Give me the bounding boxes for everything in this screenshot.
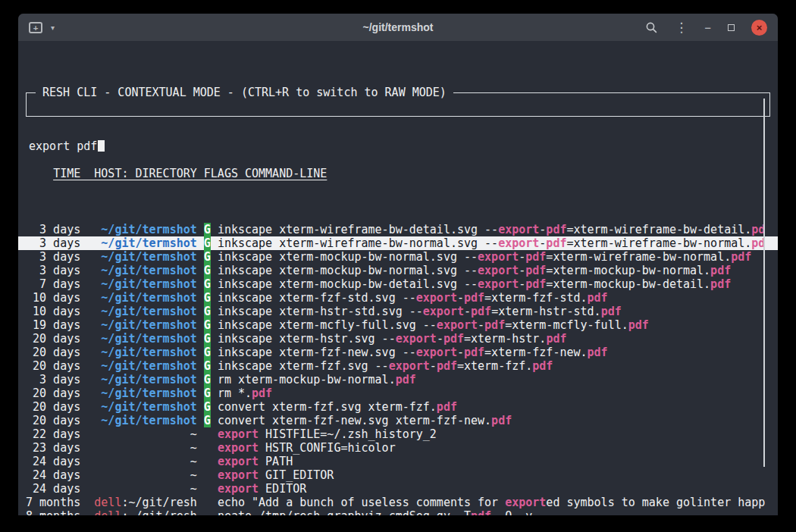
history-row[interactable]: 20 days ~/git/termshot G convert xterm-f… <box>18 414 778 427</box>
search-match: export <box>416 291 457 305</box>
command-cell: inkscape xterm-hstr-std.svg --export-pdf… <box>218 305 622 318</box>
flag-cell <box>204 441 211 455</box>
search-match: export <box>478 250 519 264</box>
command-cell: neato /tmp/resh-graphviz-cmdSeq.gv -Tpdf… <box>218 509 532 515</box>
titlebar: + ▾ ~/git/termshot ⋮ − × <box>18 14 778 41</box>
location-cell: ~/git/termshot <box>87 373 197 386</box>
history-row[interactable]: 3 days ~/git/termshot G inkscape xterm-w… <box>18 223 778 236</box>
location-cell: ~/git/termshot <box>87 359 197 373</box>
titlebar-left-controls: + ▾ <box>29 22 55 33</box>
time-cell: 3 days <box>26 373 80 386</box>
search-match: pdf <box>546 223 566 236</box>
time-cell: 20 days <box>26 332 80 346</box>
time-cell: 20 days <box>26 414 80 427</box>
location-cell: ~ <box>87 482 197 496</box>
history-row[interactable]: 10 days ~/git/termshot G inkscape xterm-… <box>18 291 778 305</box>
time-cell: 19 days <box>26 318 80 332</box>
time-cell: 3 days <box>26 236 80 250</box>
history-row[interactable]: 7 days ~/git/termshot G inkscape xterm-m… <box>18 277 778 291</box>
search-icon[interactable] <box>645 21 658 34</box>
chevron-down-icon[interactable]: ▾ <box>51 23 55 32</box>
git-flag-badge: G <box>204 359 211 373</box>
location-cell: ~/git/termshot <box>87 305 197 318</box>
command-cell: inkscape xterm-fzf-new.svg --export-pdf=… <box>218 346 608 359</box>
location-cell: ~/git/termshot <box>87 236 197 250</box>
terminal-content: RESH CLI - CONTEXTUAL MODE - (CTRL+R to … <box>18 41 778 515</box>
git-flag-badge: G <box>204 386 211 400</box>
history-row[interactable]: 24 days ~ export GIT_EDITOR <box>18 468 778 482</box>
git-flag-badge: G <box>204 332 211 346</box>
search-match: export <box>396 332 437 346</box>
search-match: export <box>389 359 430 373</box>
search-match: pdf <box>628 318 649 332</box>
location-cell: ~ <box>87 441 197 455</box>
location-cell: ~/git/termshot <box>87 250 197 264</box>
history-row[interactable]: 3 days ~/git/termshot G inkscape xterm-w… <box>18 236 778 250</box>
search-input[interactable]: export pdf <box>27 134 769 153</box>
search-match: pdf <box>437 400 457 414</box>
history-row[interactable]: 3 days ~/git/termshot G inkscape xterm-m… <box>18 250 778 264</box>
time-cell: 20 days <box>26 386 80 400</box>
search-match: export <box>218 455 259 468</box>
location-cell: ~/git/termshot <box>87 414 197 427</box>
search-match: pdf <box>546 332 566 346</box>
search-match: export <box>218 441 259 455</box>
search-match: pdf <box>731 250 751 264</box>
location-cell: ~/git/termshot <box>87 223 197 236</box>
history-row[interactable]: 20 days ~/git/termshot G rm *.pdf <box>18 386 778 400</box>
history-row[interactable]: 8 months dell:~/git/resh neato /tmp/resh… <box>18 509 778 515</box>
search-box: RESH CLI - CONTEXTUAL MODE - (CTRL+R to … <box>26 92 770 117</box>
history-list: 3 days ~/git/termshot G inkscape xterm-w… <box>18 223 778 515</box>
history-row[interactable]: 23 days ~ export HSTR_CONFIG=hicolor <box>18 441 778 455</box>
history-row[interactable]: 10 days ~/git/termshot G inkscape xterm-… <box>18 305 778 318</box>
search-match: export <box>218 468 259 482</box>
search-match: export <box>505 496 546 509</box>
search-match: pdf <box>588 346 608 359</box>
history-row[interactable]: 20 days ~/git/termshot G inkscape xterm-… <box>18 346 778 359</box>
search-match: export <box>416 346 457 359</box>
search-match: export <box>478 264 519 277</box>
command-cell: rm *.pdf <box>218 386 272 400</box>
history-row[interactable]: 24 days ~ export PATH <box>18 455 778 468</box>
close-button[interactable]: × <box>751 20 767 36</box>
command-cell: export PATH <box>218 455 293 468</box>
search-match: pdf <box>396 373 416 386</box>
history-row[interactable]: 20 days ~/git/termshot G inkscape xterm-… <box>18 332 778 346</box>
location-cell: ~/git/termshot <box>87 400 197 414</box>
new-tab-button[interactable]: + <box>29 22 42 33</box>
git-flag-badge: G <box>204 400 211 414</box>
history-row[interactable]: 22 days ~ export HISTFILE=~/.zsh_history… <box>18 427 778 441</box>
location-cell: ~/git/termshot <box>87 264 197 277</box>
time-cell: 10 days <box>26 291 80 305</box>
location-cell: ~ <box>87 455 197 468</box>
minimize-icon[interactable]: − <box>704 22 711 33</box>
git-flag-badge: G <box>204 318 211 332</box>
flag-cell <box>204 427 211 441</box>
git-flag-badge: G <box>204 236 211 250</box>
search-match: pdf <box>464 291 484 305</box>
command-cell: inkscape xterm-mockup-bw-normal.svg --ex… <box>218 250 751 264</box>
flag-cell <box>204 468 211 482</box>
history-row[interactable]: 3 days ~/git/termshot G inkscape xterm-m… <box>18 264 778 277</box>
flag-cell <box>204 482 211 496</box>
search-match: pdf <box>710 277 731 291</box>
history-row[interactable]: 24 days ~ export EDITOR <box>18 482 778 496</box>
git-flag-badge: G <box>204 346 211 359</box>
location-cell: ~/git/termshot <box>87 277 197 291</box>
history-row[interactable]: 7 months dell:~/git/resh echo "Add a bun… <box>18 496 778 509</box>
kebab-menu-icon[interactable]: ⋮ <box>675 21 688 34</box>
location-cell: dell:~/git/resh <box>87 509 197 515</box>
history-row[interactable]: 3 days ~/git/termshot G rm xterm-mockup-… <box>18 373 778 386</box>
history-row[interactable]: 20 days ~/git/termshot G inkscape xterm-… <box>18 359 778 373</box>
git-flag-badge: G <box>204 223 211 236</box>
command-cell: export HSTR_CONFIG=hicolor <box>218 441 396 455</box>
time-cell: 23 days <box>26 441 80 455</box>
history-row[interactable]: 19 days ~/git/termshot G inkscape xterm-… <box>18 318 778 332</box>
restore-icon[interactable] <box>728 24 735 31</box>
search-match: pdf <box>710 264 731 277</box>
history-row[interactable]: 20 days ~/git/termshot G convert xterm-f… <box>18 400 778 414</box>
scrollbar-thumb[interactable] <box>763 99 765 467</box>
command-cell: convert xterm-fzf.svg xterm-fzf.pdf <box>218 400 457 414</box>
search-match: pdf <box>532 359 553 373</box>
command-cell: inkscape xterm-wireframe-bw-normal.svg -… <box>218 236 765 250</box>
